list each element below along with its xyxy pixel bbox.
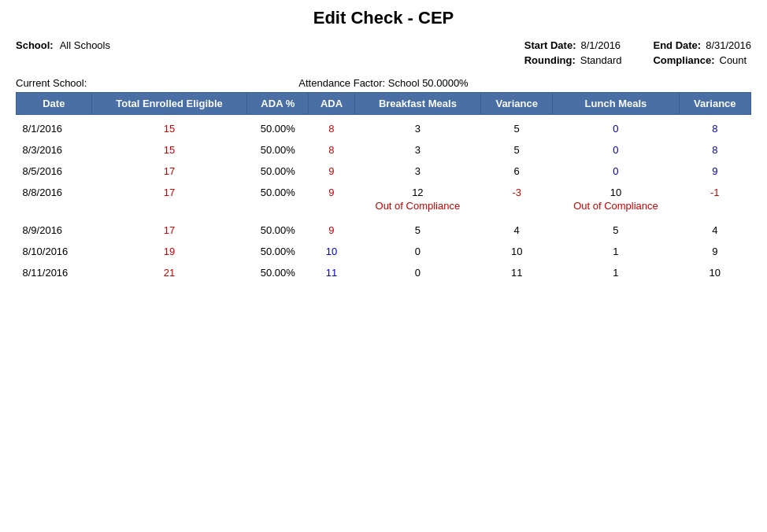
cell-variance1: 11 <box>481 259 553 280</box>
ooc-breakfast: Out of Compliance <box>354 200 480 216</box>
cell-ada-pct: 50.00% <box>247 179 309 200</box>
cell-variance2: 9 <box>679 157 750 179</box>
cell-ada: 8 <box>309 136 355 157</box>
cell-date: 8/5/2016 <box>17 157 92 179</box>
cell-date: 8/10/2016 <box>17 238 92 259</box>
compliance-value: Count <box>720 54 747 66</box>
cell-date: 8/9/2016 <box>17 216 92 238</box>
cell-variance1: 10 <box>481 238 553 259</box>
cell-ada-pct: 50.00% <box>247 238 309 259</box>
cell-ada: 9 <box>309 216 355 238</box>
date-compliance-info: Start Date: 8/1/2016 Rounding: Standard … <box>524 39 751 66</box>
cell-lunch-meals: 1 <box>553 238 679 259</box>
current-school-label: Current School: <box>16 77 110 89</box>
cell-ada: 9 <box>309 157 355 179</box>
school-info: School: All Schools <box>16 39 110 66</box>
cell-variance1: 6 <box>481 157 553 179</box>
end-date-label: End Date: <box>653 39 701 51</box>
cell-ada-pct: 50.00% <box>247 216 309 238</box>
col-lunch-meals: Lunch Meals <box>553 93 679 115</box>
end-date-value: 8/31/2016 <box>706 39 751 51</box>
table-row: 8/1/2016 15 50.00% 8 3 5 0 8 <box>17 115 751 137</box>
col-ada-pct: ADA % <box>247 93 309 115</box>
col-breakfast-meals: Breakfast Meals <box>354 93 480 115</box>
table-row: 8/10/2016 19 50.00% 10 0 10 1 9 <box>17 238 751 259</box>
cell-ada: 11 <box>309 259 355 280</box>
cell-variance1: -3 <box>481 179 553 200</box>
cell-date: 8/1/2016 <box>17 115 92 137</box>
cell-ada: 10 <box>309 238 355 259</box>
cell-breakfast-meals: 3 <box>354 157 480 179</box>
cell-total-enrolled: 15 <box>91 136 247 157</box>
cell-ada-pct: 50.00% <box>247 259 309 280</box>
cell-total-enrolled: 17 <box>91 157 247 179</box>
cell-breakfast-meals: 3 <box>354 115 480 137</box>
col-ada: ADA <box>309 93 355 115</box>
cell-total-enrolled: 17 <box>91 216 247 238</box>
table-row: 8/8/2016 17 50.00% 9 12 -3 10 -1 <box>17 179 751 200</box>
cell-breakfast-meals: 0 <box>354 259 480 280</box>
table-row: 8/9/2016 17 50.00% 9 5 4 5 4 <box>17 216 751 238</box>
start-date-label: Start Date: <box>524 39 576 51</box>
page-title: Edit Check - CEP <box>16 8 751 28</box>
cell-variance2: 9 <box>679 238 750 259</box>
cell-variance2: 10 <box>679 259 750 280</box>
cell-lunch-meals: 0 <box>553 115 679 137</box>
rounding-value: Standard <box>580 54 622 66</box>
school-label: School: <box>16 39 54 51</box>
cell-total-enrolled: 19 <box>91 238 247 259</box>
cell-variance2: 4 <box>679 216 750 238</box>
col-variance2: Variance <box>679 93 750 115</box>
cell-variance1: 5 <box>481 115 553 137</box>
cell-date: 8/11/2016 <box>17 259 92 280</box>
cell-ada-pct: 50.00% <box>247 157 309 179</box>
cell-variance1: 5 <box>481 136 553 157</box>
cell-date: 8/3/2016 <box>17 136 92 157</box>
table-row: 8/3/2016 15 50.00% 8 3 5 0 8 <box>17 136 751 157</box>
cell-ada-pct: 50.00% <box>247 136 309 157</box>
out-of-compliance-row: Out of Compliance Out of Compliance <box>17 200 751 216</box>
cell-lunch-meals: 10 <box>553 179 679 200</box>
cell-variance2: 8 <box>679 136 750 157</box>
table-header-row: Date Total Enrolled Eligible ADA % ADA B… <box>17 93 751 115</box>
data-table: Date Total Enrolled Eligible ADA % ADA B… <box>16 92 751 280</box>
cell-lunch-meals: 1 <box>553 259 679 280</box>
cell-variance1: 4 <box>481 216 553 238</box>
cell-date: 8/8/2016 <box>17 179 92 200</box>
cell-total-enrolled: 21 <box>91 259 247 280</box>
cell-breakfast-meals: 0 <box>354 238 480 259</box>
cell-lunch-meals: 0 <box>553 157 679 179</box>
cell-breakfast-meals: 5 <box>354 216 480 238</box>
table-row: 8/11/2016 21 50.00% 11 0 11 1 10 <box>17 259 751 280</box>
cell-total-enrolled: 15 <box>91 115 247 137</box>
cell-ada: 8 <box>309 115 355 137</box>
start-date-value: 8/1/2016 <box>580 39 621 51</box>
col-variance1: Variance <box>481 93 553 115</box>
cell-total-enrolled: 17 <box>91 179 247 200</box>
table-row: 8/5/2016 17 50.00% 9 3 6 0 9 <box>17 157 751 179</box>
cell-ada-pct: 50.00% <box>247 115 309 137</box>
cell-variance2: 8 <box>679 115 750 137</box>
col-total-enrolled: Total Enrolled Eligible <box>91 93 247 115</box>
col-date: Date <box>17 93 92 115</box>
cell-breakfast-meals: 12 <box>354 179 480 200</box>
attendance-factor: Attendance Factor: School 50.0000% <box>110 77 657 89</box>
ooc-lunch: Out of Compliance <box>553 200 679 216</box>
cell-breakfast-meals: 3 <box>354 136 480 157</box>
cell-lunch-meals: 0 <box>553 136 679 157</box>
cell-variance2: -1 <box>679 179 750 200</box>
rounding-label: Rounding: <box>524 54 576 66</box>
cell-ada: 9 <box>309 179 355 200</box>
cell-lunch-meals: 5 <box>553 216 679 238</box>
school-value: All Schools <box>60 39 110 51</box>
compliance-label: Compliance: <box>653 54 714 66</box>
